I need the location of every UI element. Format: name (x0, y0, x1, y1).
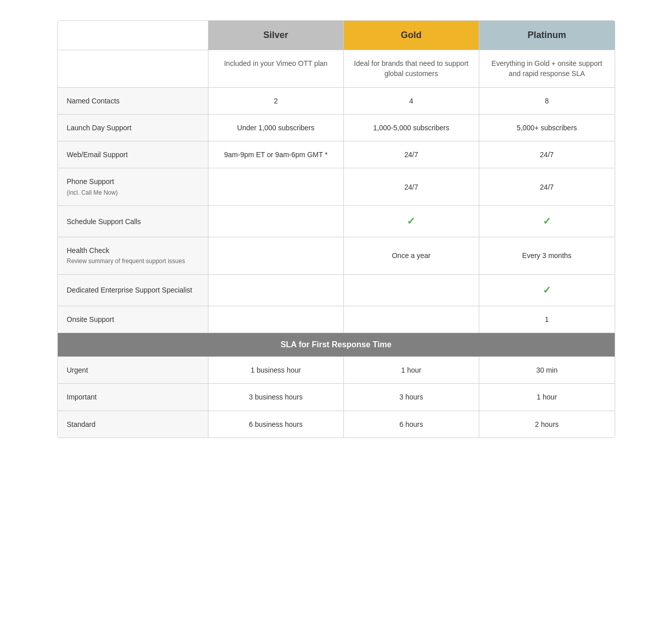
feature-cell: Important (58, 384, 208, 411)
platinum-cell: 24/7 (479, 168, 614, 206)
feature-header (58, 21, 208, 50)
platinum-cell: ✓ (479, 274, 614, 306)
gold-cell: 6 hours (343, 411, 479, 438)
silver-cell (208, 168, 343, 206)
gold-cell: 24/7 (343, 141, 479, 168)
silver-cell (208, 206, 343, 237)
table-row: Health Check Review summary of frequent … (58, 237, 615, 275)
gold-cell: 1 hour (343, 357, 479, 384)
silver-cell: 3 business hours (208, 384, 343, 411)
gold-cell: 24/7 (343, 168, 479, 206)
feature-cell: Launch Day Support (58, 114, 208, 141)
table-row: Phone Support (incl. Call Me Now) 24/7 2… (58, 168, 615, 206)
feature-cell: Standard (58, 411, 208, 438)
subtitle-platinum: Everything in Gold + onsite support and … (479, 50, 614, 88)
silver-cell: Under 1,000 subscribers (208, 114, 343, 141)
silver-cell: 1 business hour (208, 357, 343, 384)
sla-header-label: SLA for First Response Time (58, 333, 615, 357)
silver-cell (208, 237, 343, 275)
platinum-cell: 2 hours (479, 411, 614, 438)
gold-header: Gold (343, 21, 479, 50)
platinum-cell: 5,000+ subscribers (479, 114, 614, 141)
platinum-cell: 30 min (479, 357, 614, 384)
table-row: Important 3 business hours 3 hours 1 hou… (58, 384, 615, 411)
subtitle-row: Included in your Vimeo OTT plan Ideal fo… (58, 50, 615, 88)
feature-cell: Onsite Support (58, 306, 208, 333)
subtitle-silver: Included in your Vimeo OTT plan (208, 50, 343, 88)
feature-cell: Phone Support (incl. Call Me Now) (58, 168, 208, 206)
table-row: Schedule Support Calls ✓ ✓ (58, 206, 615, 237)
checkmark-icon: ✓ (407, 215, 415, 227)
table-row: Named Contacts 2 4 8 (58, 87, 615, 114)
platinum-cell: ✓ (479, 206, 614, 237)
feature-cell: Schedule Support Calls (58, 206, 208, 237)
silver-cell: 9am-9pm ET or 9am-6pm GMT * (208, 141, 343, 168)
platinum-cell: 8 (479, 87, 614, 114)
feature-cell: Health Check Review summary of frequent … (58, 237, 208, 275)
feature-cell: Named Contacts (58, 87, 208, 114)
gold-cell: Once a year (343, 237, 479, 275)
gold-cell (343, 306, 479, 333)
platinum-cell: 1 (479, 306, 614, 333)
silver-cell (208, 306, 343, 333)
silver-header: Silver (208, 21, 343, 50)
gold-cell: 3 hours (343, 384, 479, 411)
table-row: Standard 6 business hours 6 hours 2 hour… (58, 411, 615, 438)
subtitle-gold: Ideal for brands that need to support gl… (343, 50, 479, 88)
subtitle-feature (58, 50, 208, 88)
table-row: Launch Day Support Under 1,000 subscribe… (58, 114, 615, 141)
gold-cell: 1,000-5,000 subscribers (343, 114, 479, 141)
checkmark-icon: ✓ (543, 215, 551, 227)
sla-section-header: SLA for First Response Time (58, 333, 615, 357)
platinum-header: Platinum (479, 21, 614, 50)
feature-cell: Web/Email Support (58, 141, 208, 168)
platinum-cell: 24/7 (479, 141, 614, 168)
platinum-cell: 1 hour (479, 384, 614, 411)
table-row: Dedicated Enterprise Support Specialist … (58, 274, 615, 306)
comparison-table: Silver Gold Platinum Included in your Vi… (57, 20, 615, 438)
gold-cell: 4 (343, 87, 479, 114)
gold-cell: ✓ (343, 206, 479, 237)
feature-cell: Dedicated Enterprise Support Specialist (58, 274, 208, 306)
table-header-row: Silver Gold Platinum (58, 21, 615, 50)
table-row: Onsite Support 1 (58, 306, 615, 333)
gold-cell (343, 274, 479, 306)
platinum-cell: Every 3 months (479, 237, 614, 275)
silver-cell: 6 business hours (208, 411, 343, 438)
checkmark-icon: ✓ (543, 284, 551, 296)
silver-cell (208, 274, 343, 306)
table-row: Urgent 1 business hour 1 hour 30 min (58, 357, 615, 384)
table-row: Web/Email Support 9am-9pm ET or 9am-6pm … (58, 141, 615, 168)
silver-cell: 2 (208, 87, 343, 114)
feature-cell: Urgent (58, 357, 208, 384)
